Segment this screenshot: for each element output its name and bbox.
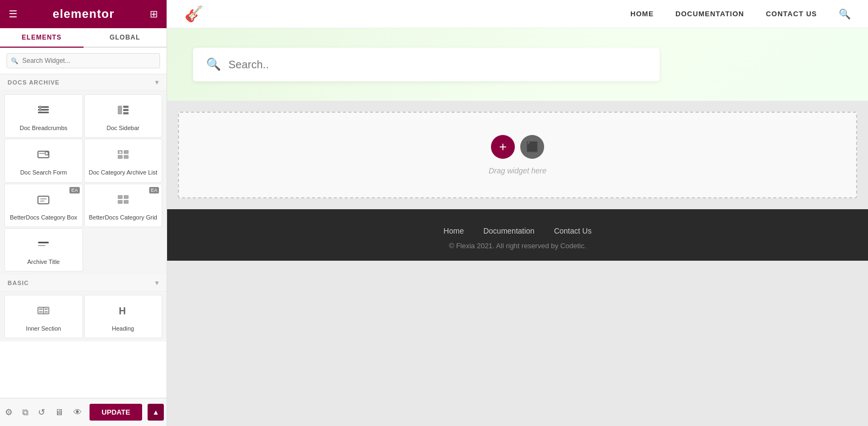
svg-rect-22 (118, 195, 123, 199)
svg-rect-32 (39, 311, 42, 313)
doc-sidebar-label: Doc Sidebar (106, 124, 139, 132)
widget-doc-category-archive-list[interactable]: Doc Category Archive List ✕ (84, 139, 163, 182)
add-widget-button[interactable]: + (491, 135, 515, 159)
footer-links: Home Documentation Contact Us (167, 227, 868, 235)
svg-rect-19 (38, 196, 49, 204)
history-icon[interactable]: ↺ (36, 405, 47, 419)
eye-icon[interactable]: 👁 (71, 405, 84, 419)
widget-doc-breadcrumbs[interactable]: Doc Breadcrumbs ✕ (4, 94, 83, 138)
sidebar-header: ☰ elementor ⊞ (0, 0, 167, 28)
layers-icon[interactable]: ⧉ (20, 405, 30, 419)
search-box-input[interactable] (228, 59, 647, 71)
svg-rect-25 (124, 200, 129, 204)
doc-breadcrumbs-icon (36, 102, 51, 121)
sidebar-toolbar: ⚙ ⧉ ↺ 🖥 👁 UPDATE ▲ (0, 398, 167, 426)
tab-elements[interactable]: ELEMENTS (0, 28, 84, 48)
heading-icon: H (116, 303, 131, 321)
inner-section-label: Inner Section (26, 325, 61, 332)
nav-search-icon[interactable]: 🔍 (839, 8, 851, 20)
elementor-logo: elementor (53, 7, 114, 21)
nav-home[interactable]: HOME (630, 10, 654, 18)
betterdocs-category-box-label: BetterDocs Category Box (10, 214, 77, 221)
app-wrapper: ☰ elementor ⊞ ELEMENTS GLOBAL DOCS ARCHI… (0, 0, 868, 426)
svg-rect-15 (118, 155, 123, 159)
grid-icon[interactable]: ⊞ (150, 8, 158, 20)
drop-zone-label: Drag widget here (489, 166, 547, 175)
svg-rect-26 (38, 242, 49, 243)
svg-rect-14 (124, 150, 129, 154)
footer-link-documentation[interactable]: Documentation (483, 227, 534, 235)
drop-zone: + ⬛ Drag widget here (178, 112, 857, 198)
hamburger-icon[interactable]: ☰ (9, 8, 17, 20)
inner-section-icon (36, 303, 51, 321)
betterdocs-category-grid-label: BetterDocs Category Grid (89, 214, 157, 221)
docs-archive-label: DOCS ARCHIVE (8, 79, 60, 86)
svg-rect-5 (118, 106, 122, 114)
basic-grid: Inner Section ✕ H Heading ✕ (0, 292, 167, 341)
doc-search-form-icon (36, 147, 51, 165)
add-section-button[interactable]: ⬛ (520, 135, 544, 159)
sidebar-content: DOCS ARCHIVE ▾ Doc Breadcrumbs ✕ (0, 74, 167, 398)
basic-header[interactable]: BASIC ▾ (0, 275, 167, 292)
svg-rect-8 (123, 112, 129, 114)
settings-icon[interactable]: ⚙ (3, 405, 15, 419)
svg-rect-2 (38, 112, 49, 113)
main-layout: ☰ elementor ⊞ ELEMENTS GLOBAL DOCS ARCHI… (0, 0, 868, 426)
svg-rect-23 (124, 195, 129, 199)
svg-rect-10 (39, 153, 44, 154)
doc-search-form-label: Doc Search Form (20, 169, 67, 176)
widget-inner-section[interactable]: Inner Section ✕ (4, 295, 83, 338)
svg-rect-33 (44, 311, 48, 313)
nav-documentation[interactable]: DOCUMENTATION (675, 10, 744, 18)
docs-archive-grid: Doc Breadcrumbs ✕ Doc Sidebar ✕ (0, 91, 167, 275)
svg-rect-24 (118, 200, 123, 204)
widget-betterdocs-category-grid[interactable]: BetterDocs Category Grid EA (84, 184, 163, 227)
svg-rect-6 (123, 106, 129, 108)
search-box: 🔍 (193, 48, 660, 81)
svg-rect-3 (39, 106, 41, 108)
svg-text:H: H (119, 306, 126, 317)
svg-rect-31 (44, 308, 48, 310)
doc-breadcrumbs-label: Doc Breadcrumbs (20, 124, 67, 132)
top-nav: 🎸 HOME DOCUMENTATION CONTACT US 🔍 (167, 0, 868, 28)
basic-label: BASIC (8, 280, 29, 286)
doc-sidebar-icon (116, 102, 131, 121)
page-footer: Home Documentation Contact Us © Flexia 2… (167, 209, 868, 261)
nav-contact[interactable]: CONTACT US (766, 10, 817, 18)
sidebar: ☰ elementor ⊞ ELEMENTS GLOBAL DOCS ARCHI… (0, 0, 167, 426)
svg-rect-20 (40, 198, 47, 199)
drop-zone-section: + ⬛ Drag widget here (167, 101, 868, 209)
footer-copyright: © Flexia 2021. All right reserved by Cod… (167, 242, 868, 250)
docs-archive-header[interactable]: DOCS ARCHIVE ▾ (0, 74, 167, 91)
svg-rect-21 (40, 201, 44, 202)
drop-zone-buttons: + ⬛ (491, 135, 544, 159)
archive-title-icon (36, 236, 51, 255)
widget-heading[interactable]: H Heading ✕ (84, 295, 163, 338)
basic-chevron: ▾ (155, 279, 159, 287)
widget-betterdocs-category-box[interactable]: BetterDocs Category Box EA (4, 184, 83, 227)
responsive-icon[interactable]: 🖥 (53, 405, 66, 419)
tab-global[interactable]: GLOBAL (84, 28, 167, 47)
sidebar-tabs: ELEMENTS GLOBAL (0, 28, 167, 48)
docs-archive-chevron: ▾ (155, 79, 159, 86)
widget-archive-title[interactable]: Archive Title ✕ (4, 228, 83, 272)
update-arrow-button[interactable]: ▲ (148, 404, 164, 421)
canvas-area: 🎸 HOME DOCUMENTATION CONTACT US 🔍 🔍 (167, 0, 868, 426)
search-widget-input[interactable] (7, 53, 160, 68)
update-button[interactable]: UPDATE (90, 404, 142, 421)
betterdocs-category-grid-icon (116, 192, 131, 210)
nav-links: HOME DOCUMENTATION CONTACT US 🔍 (630, 8, 851, 20)
widget-doc-sidebar[interactable]: Doc Sidebar ✕ (84, 94, 163, 138)
footer-link-contact[interactable]: Contact Us (554, 227, 591, 235)
betterdocs-category-box-badge: EA (69, 187, 79, 193)
svg-rect-4 (39, 108, 41, 111)
search-widget-wrapper (0, 48, 167, 74)
search-hero: 🔍 (167, 28, 868, 101)
doc-category-archive-list-icon (116, 147, 131, 165)
guitar-icon: 🎸 (184, 5, 203, 23)
basic-section: BASIC ▾ Inner Section ✕ (0, 275, 167, 341)
svg-rect-16 (124, 155, 129, 159)
widget-doc-search-form[interactable]: Doc Search Form ✕ (4, 139, 83, 182)
site-logo: 🎸 (184, 5, 203, 23)
footer-link-home[interactable]: Home (444, 227, 464, 235)
